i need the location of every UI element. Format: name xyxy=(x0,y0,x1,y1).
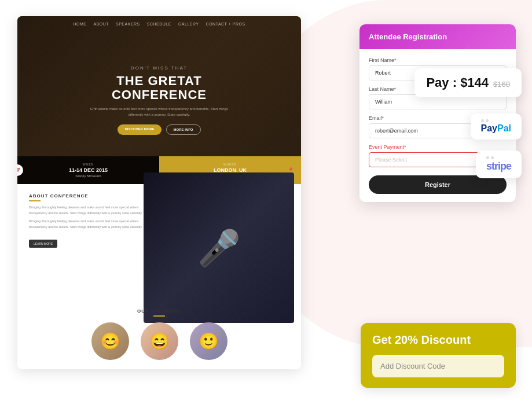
pay-amount: Pay : $144 xyxy=(426,75,489,90)
stripe-dot-2 xyxy=(491,156,494,159)
where-label: WHERE xyxy=(223,163,237,166)
about-text-1: Bringing thoroughly feeling pleasant and… xyxy=(29,205,156,216)
nav-item-gallery: GALLERY xyxy=(178,22,199,26)
nav-item-about: ABOUT xyxy=(93,22,109,26)
dot-2 xyxy=(486,119,489,122)
paypal-logo-text: PayPal xyxy=(481,123,511,134)
hero-section: HOME ABOUT SPEAKERS SCHEDULE GALLERY CON… xyxy=(17,16,301,184)
dot-1 xyxy=(481,119,484,122)
microphone-icon: 🎤 xyxy=(197,227,241,269)
speakers-row: 😊 😄 🙂 xyxy=(29,322,289,360)
discount-title: Get 20% Discount xyxy=(372,333,504,347)
stripe-card: stripe xyxy=(476,150,522,178)
discount-code-input[interactable]: Add Discount Code xyxy=(372,355,504,377)
discover-more-button[interactable]: DISCOVER MORE xyxy=(118,124,161,135)
speakers-underline xyxy=(153,315,165,317)
speakers-section: OUR SPEAKERS 😊 😄 🙂 xyxy=(17,308,301,360)
when-value: 11-14 DEC 2015 xyxy=(69,167,108,173)
conference-mockup: HOME ABOUT SPEAKERS SCHEDULE GALLERY CON… xyxy=(17,16,301,369)
registration-title: Attendee Registration xyxy=(369,32,507,41)
stripe-logo-text: stripe xyxy=(486,160,511,172)
pay-original-price: $160 xyxy=(493,80,510,89)
stripe-dots xyxy=(486,156,511,159)
nav-item-schedule: SCHEDULE xyxy=(147,22,171,26)
nav-item-home: HOME xyxy=(73,22,86,26)
paypal-card: PayPal xyxy=(471,113,522,139)
speaker-avatar-3: 🙂 xyxy=(190,322,228,360)
stage-image: 🎤 xyxy=(144,172,294,323)
learn-more-button[interactable]: LEARN MORE xyxy=(29,240,57,248)
registration-header: Attendee Registration xyxy=(359,24,516,49)
more-info-button[interactable]: MORE INFO xyxy=(166,124,201,135)
event-payment-label: Event Payment* xyxy=(369,144,507,150)
calendar-icon: 📅 xyxy=(17,164,23,176)
hero-nav: HOME ABOUT SPEAKERS SCHEDULE GALLERY CON… xyxy=(17,22,301,26)
hero-when-section: 📅 WHEN 11-14 DEC 2015 Stanky McGuard xyxy=(17,156,159,184)
stripe-card-content: stripe xyxy=(486,156,511,172)
when-label: WHEN xyxy=(83,163,94,166)
paypal-p2: Pal xyxy=(497,123,511,133)
hero-subtitle: DON'T MISS THAT xyxy=(131,65,188,71)
hero-buttons: DISCOVER MORE MORE INFO xyxy=(118,124,200,135)
pay-card: Pay : $144 $160 xyxy=(414,68,522,97)
about-text-2: Bringing thoroughly feeling pleasant and… xyxy=(29,219,156,230)
stripe-dot-1 xyxy=(486,156,489,159)
paypal-dots xyxy=(481,119,511,122)
paypal-card-content: PayPal xyxy=(481,119,511,134)
nav-item-speakers: SPEAKERS xyxy=(116,22,140,26)
discount-card: Get 20% Discount Add Discount Code xyxy=(361,323,516,388)
nav-item-contact: CONTACT + PROS xyxy=(206,22,245,26)
speaker-avatar-1: 😊 xyxy=(91,322,129,360)
speaker-avatar-2: 😄 xyxy=(141,322,178,360)
about-col-left: Bringing thoroughly feeling pleasant and… xyxy=(29,205,156,233)
first-name-label: First Name* xyxy=(369,57,507,63)
hero-title: THE GREtAT CONFERENCE xyxy=(112,74,207,102)
hero-description: Enthusiasts make sounds feel more specia… xyxy=(84,106,234,117)
paypal-p1: Pay xyxy=(481,123,497,133)
speakers-title: OUR SPEAKERS xyxy=(29,308,289,314)
when-sub: Stanky McGuard xyxy=(75,174,101,178)
about-underline xyxy=(29,200,41,201)
